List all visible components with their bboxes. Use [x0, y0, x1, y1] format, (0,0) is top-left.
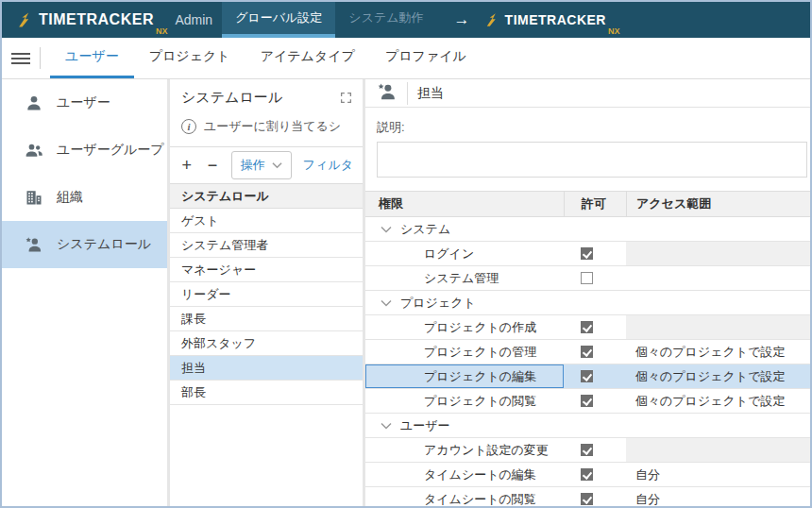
sidebar-item-label: 組織 [57, 189, 83, 206]
permission-row-project-view[interactable]: プロジェクトの閲覧 個々のプロジェクトで設定 [365, 389, 810, 414]
allow-checkbox[interactable] [581, 321, 593, 333]
column-allow[interactable]: 許可 [564, 192, 626, 216]
role-row-system-admin[interactable]: システム管理者 [170, 233, 363, 258]
remove-role-button[interactable]: − [205, 157, 219, 174]
brand-admin-label: Admin [175, 12, 212, 27]
chevron-down-icon [272, 161, 282, 169]
role-row-section-chief[interactable]: 課長 [170, 307, 363, 331]
sidebar-item-organization[interactable]: 組織 [2, 174, 167, 221]
user-icon [25, 93, 43, 112]
permission-row-login[interactable]: ログイン [365, 242, 810, 266]
allow-checkbox[interactable] [581, 395, 593, 407]
column-permission[interactable]: 権限 [365, 192, 564, 216]
system-roles-panel: システムロール i ユーザーに割り当てるシ + − 操作 [170, 79, 365, 506]
role-row-guest[interactable]: ゲスト [170, 209, 363, 233]
permission-group-user[interactable]: ユーザー [365, 414, 810, 438]
tab-item-types[interactable]: アイテムタイプ [245, 38, 370, 78]
add-role-button[interactable]: + [179, 157, 194, 174]
permission-name-cell[interactable]: プロジェクトの閲覧 [365, 389, 564, 413]
allow-checkbox[interactable] [581, 370, 593, 382]
group-label: プロジェクト [400, 295, 476, 312]
permission-name-cell[interactable]: アカウント設定の変更 [365, 438, 564, 462]
sidebar-item-label: システムロール [57, 236, 151, 253]
role-row-department-head[interactable]: 部長 [170, 381, 363, 405]
permission-group-project[interactable]: プロジェクト [365, 291, 810, 315]
allow-checkbox[interactable] [581, 346, 593, 358]
permission-row-system-admin[interactable]: システム管理 [365, 266, 810, 291]
permissions-table-header: 権限 許可 アクセス範囲 [365, 191, 810, 217]
permission-row-account-settings[interactable]: アカウント設定の変更 [365, 438, 810, 463]
permission-name-cell[interactable]: プロジェクトの編集 [365, 364, 564, 388]
permission-allow-cell [564, 438, 626, 462]
permission-row-project-manage[interactable]: プロジェクトの管理 個々のプロジェクトで設定 [365, 340, 810, 364]
info-text: ユーザーに割り当てるシ [204, 118, 341, 135]
permission-group-system[interactable]: システム [365, 217, 810, 242]
permission-scope-cell[interactable] [626, 438, 810, 462]
permission-row-timesheet-view[interactable]: タイムシートの閲覧 自分 [365, 487, 810, 506]
sidebar-item-users[interactable]: ユーザー [2, 79, 167, 127]
allow-checkbox[interactable] [581, 444, 593, 456]
brand-nx: NX [608, 26, 620, 38]
allow-checkbox[interactable] [581, 272, 593, 284]
permission-scope-cell[interactable]: 自分 [626, 487, 810, 506]
info-icon: i [181, 119, 196, 134]
permission-allow-cell [564, 389, 626, 413]
allow-checkbox[interactable] [581, 493, 593, 505]
panel-info: i ユーザーに割り当てるシ [181, 118, 353, 135]
tab-profiles[interactable]: プロファイル [370, 38, 482, 78]
permission-scope-cell[interactable]: 個々のプロジェクトで設定 [626, 364, 810, 388]
arrow-right-icon[interactable]: → [454, 2, 470, 38]
nav-divider [40, 47, 41, 69]
main-area: ユーザー ユーザーグループ [2, 79, 810, 506]
timetracker-logo-icon [483, 11, 500, 28]
admin-window: TIMETRACKER NX Admin グローバル設定 システム動作 → TI… [0, 0, 812, 508]
permission-name-cell[interactable]: ログイン [365, 242, 564, 265]
allow-checkbox[interactable] [581, 247, 593, 260]
chevron-down-icon[interactable] [381, 299, 392, 307]
sidebar-item-system-roles[interactable]: システムロール [2, 221, 167, 268]
allow-checkbox[interactable] [581, 468, 593, 481]
app-logo: TIMETRACKER NX Admin [2, 2, 212, 38]
role-row-leader[interactable]: リーダー [170, 282, 363, 307]
description-textarea[interactable] [377, 142, 807, 178]
timetracker-app-link[interactable]: TIMETRACKER NX [483, 2, 620, 38]
permission-name-cell[interactable]: プロジェクトの作成 [365, 315, 564, 339]
hamburger-menu-icon[interactable] [11, 38, 30, 78]
column-access-scope[interactable]: アクセス範囲 [626, 192, 810, 216]
permission-allow-cell [564, 463, 626, 486]
permission-scope-cell[interactable]: 個々のプロジェクトで設定 [626, 389, 810, 413]
permission-name-cell[interactable]: タイムシートの閲覧 [365, 487, 564, 506]
tab-system-behavior[interactable]: システム動作 [335, 2, 436, 38]
permission-scope-cell[interactable]: 個々のプロジェクトで設定 [626, 340, 810, 364]
role-name-input[interactable]: 担当 [417, 85, 444, 102]
role-row-external-staff[interactable]: 外部スタッフ [170, 331, 363, 356]
action-dropdown[interactable]: 操作 [231, 151, 292, 179]
sidebar-item-user-groups[interactable]: ユーザーグループ [2, 127, 167, 174]
panel-title: システムロール [181, 89, 282, 107]
section-nav: ユーザー プロジェクト アイテムタイプ プロファイル [2, 38, 810, 79]
chevron-down-icon[interactable] [381, 226, 392, 233]
role-row-manager[interactable]: マネージャー [170, 258, 363, 282]
permission-scope-cell[interactable] [626, 242, 810, 265]
expand-icon[interactable] [338, 91, 353, 106]
filter-link[interactable]: フィルタ [303, 157, 353, 174]
permission-row-project-edit[interactable]: プロジェクトの編集 個々のプロジェクトで設定 [365, 364, 810, 389]
tab-global-settings[interactable]: グローバル設定 [222, 2, 335, 38]
permission-name-cell[interactable]: システム管理 [365, 266, 564, 290]
permission-scope-cell[interactable] [626, 315, 810, 339]
tab-projects[interactable]: プロジェクト [134, 38, 245, 78]
permission-scope-cell[interactable] [626, 266, 810, 290]
permission-allow-cell [564, 315, 626, 339]
permission-name-cell[interactable]: プロジェクトの管理 [365, 340, 564, 364]
tab-label: システム動作 [348, 9, 423, 26]
role-row-tantou[interactable]: 担当 [170, 356, 363, 381]
permission-scope-cell[interactable]: 自分 [626, 463, 810, 486]
group-label: ユーザー [400, 417, 450, 434]
permission-row-project-create[interactable]: プロジェクトの作成 [365, 315, 810, 340]
chevron-down-icon[interactable] [381, 422, 392, 430]
system-role-icon [377, 81, 398, 106]
permission-name-cell[interactable]: タイムシートの編集 [365, 463, 564, 486]
roles-list-header[interactable]: システムロール [170, 183, 363, 209]
tab-users[interactable]: ユーザー [50, 38, 134, 78]
permission-row-timesheet-edit[interactable]: タイムシートの編集 自分 [365, 463, 810, 487]
